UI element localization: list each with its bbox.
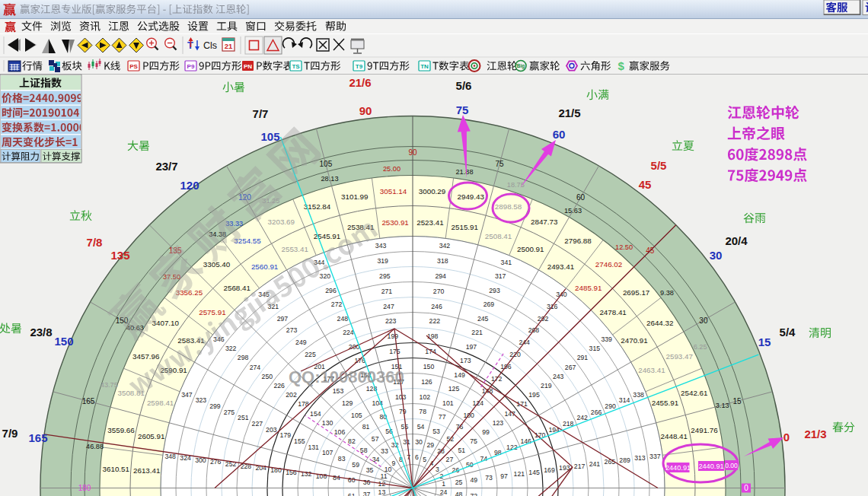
svg-text:2440.91: 2440.91 — [698, 463, 723, 470]
svg-text:179: 179 — [280, 431, 292, 439]
svg-text:37: 37 — [363, 491, 371, 496]
svg-text:60: 60 — [576, 193, 586, 202]
svg-text:246: 246 — [431, 303, 442, 310]
svg-text:294: 294 — [435, 272, 446, 280]
svg-text:120: 120 — [180, 179, 199, 192]
svg-text:5/6: 5/6 — [456, 79, 472, 92]
svg-text:21/6: 21/6 — [349, 76, 371, 89]
svg-text:241: 241 — [589, 460, 601, 468]
svg-text:245: 245 — [477, 315, 489, 323]
svg-text:0: 0 — [744, 484, 748, 492]
svg-text:7/8: 7/8 — [87, 236, 103, 249]
svg-text:322: 322 — [225, 345, 237, 352]
svg-text:197: 197 — [466, 343, 477, 351]
svg-text:173: 173 — [460, 357, 471, 364]
svg-text:15: 15 — [732, 397, 742, 405]
svg-text:155: 155 — [294, 437, 305, 445]
svg-text:99: 99 — [482, 428, 490, 436]
svg-text:319: 319 — [377, 257, 388, 265]
svg-text:226: 226 — [273, 382, 285, 389]
svg-text:2613.41: 2613.41 — [133, 466, 160, 475]
svg-text:180: 180 — [78, 484, 91, 492]
svg-text:273: 273 — [286, 326, 298, 334]
svg-text:126: 126 — [421, 378, 432, 386]
svg-text:224: 224 — [343, 329, 354, 336]
svg-text:107: 107 — [322, 449, 333, 456]
svg-text:T9: T9 — [356, 63, 363, 70]
svg-text:274: 274 — [250, 364, 261, 371]
svg-text:171: 171 — [516, 400, 528, 408]
svg-text:Big: Big — [517, 63, 525, 69]
svg-text:339: 339 — [601, 335, 612, 343]
svg-text:54: 54 — [417, 423, 425, 431]
svg-text:PS: PS — [129, 63, 138, 70]
svg-text:149: 149 — [454, 371, 465, 379]
svg-text:3610.51: 3610.51 — [103, 465, 129, 473]
svg-text:2593.47: 2593.47 — [665, 352, 692, 361]
svg-text:23/7: 23/7 — [155, 160, 177, 173]
svg-text:150: 150 — [54, 335, 73, 348]
svg-text:2644.32: 2644.32 — [646, 319, 673, 327]
svg-text:3559.66: 3559.66 — [107, 426, 135, 434]
svg-text:3.13: 3.13 — [716, 402, 729, 409]
svg-text:299: 299 — [209, 402, 221, 410]
svg-text:9.38: 9.38 — [660, 289, 674, 297]
svg-text:317: 317 — [495, 272, 506, 280]
svg-text:6.25: 6.25 — [694, 343, 707, 351]
svg-text:221: 221 — [471, 329, 483, 336]
svg-text:23/8: 23/8 — [30, 326, 52, 339]
svg-text:QQ:100800360: QQ:100800360 — [289, 367, 404, 386]
svg-text:145: 145 — [528, 469, 540, 476]
svg-text:195: 195 — [528, 391, 540, 399]
svg-text:227: 227 — [252, 420, 263, 428]
svg-text:2530.91: 2530.91 — [381, 218, 408, 227]
svg-text:5/4: 5/4 — [780, 326, 796, 339]
svg-text:198: 198 — [427, 332, 439, 340]
svg-text:61: 61 — [348, 492, 356, 496]
svg-text:P9: P9 — [187, 63, 195, 70]
svg-text:35: 35 — [366, 466, 374, 474]
svg-text:2448.41: 2448.41 — [661, 432, 688, 440]
svg-text:97: 97 — [500, 472, 508, 480]
svg-text:3: 3 — [436, 466, 439, 473]
svg-text:12.50: 12.50 — [615, 243, 633, 251]
svg-text:2605.91: 2605.91 — [138, 432, 164, 440]
svg-text:43.75: 43.75 — [101, 381, 118, 389]
svg-text:25.00: 25.00 — [383, 165, 400, 173]
svg-text:289: 289 — [619, 456, 630, 464]
svg-text:2796.88: 2796.88 — [564, 237, 592, 245]
svg-text:2500.91: 2500.91 — [517, 245, 544, 253]
svg-text:24: 24 — [440, 488, 448, 496]
svg-text:323: 323 — [196, 396, 207, 404]
svg-text:202: 202 — [286, 391, 297, 399]
svg-text:3051.14: 3051.14 — [380, 187, 407, 196]
svg-text:2560.91: 2560.91 — [251, 262, 278, 271]
svg-text:271: 271 — [381, 288, 393, 295]
svg-text:59: 59 — [352, 461, 359, 469]
svg-text:250: 250 — [262, 373, 273, 380]
svg-text:341: 341 — [501, 259, 512, 266]
svg-text:2440.91: 2440.91 — [665, 464, 691, 472]
svg-text:291: 291 — [577, 354, 589, 361]
svg-text:2470.91: 2470.91 — [621, 336, 647, 345]
svg-text:320: 320 — [320, 272, 331, 280]
svg-text:78: 78 — [419, 408, 426, 415]
svg-text:2485.91: 2485.91 — [575, 284, 602, 292]
svg-text:101: 101 — [442, 399, 454, 407]
svg-text:3000.29: 3000.29 — [419, 187, 445, 196]
svg-text:219: 219 — [541, 382, 552, 389]
svg-text:295: 295 — [379, 272, 391, 280]
svg-text:46.88: 46.88 — [86, 443, 104, 450]
svg-text:13: 13 — [378, 488, 386, 496]
svg-text:20/4: 20/4 — [725, 234, 748, 247]
svg-text:9: 9 — [392, 459, 396, 467]
svg-text:343: 343 — [375, 242, 387, 250]
svg-text:165: 165 — [28, 431, 47, 444]
svg-text:21/5: 21/5 — [558, 107, 580, 119]
svg-text:84: 84 — [333, 474, 340, 482]
svg-text:81: 81 — [362, 423, 370, 431]
svg-text:90: 90 — [359, 104, 372, 117]
svg-text:315: 315 — [589, 345, 601, 352]
svg-text:2542.61: 2542.61 — [681, 389, 707, 397]
svg-text:105: 105 — [320, 160, 333, 168]
